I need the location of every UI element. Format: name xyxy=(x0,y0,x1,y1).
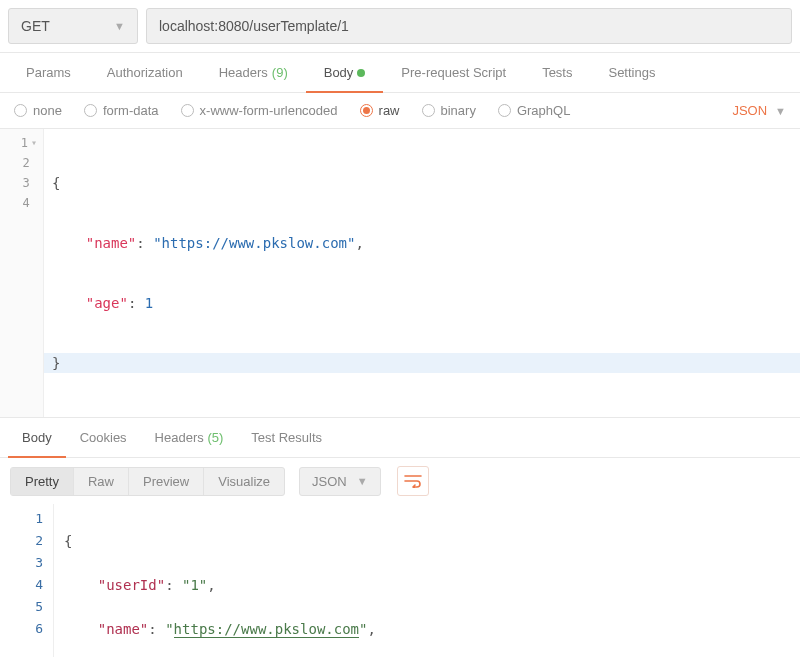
body-format-select[interactable]: JSON ▼ xyxy=(732,103,786,118)
headers-count: (9) xyxy=(272,65,288,80)
body-type-graphql[interactable]: GraphQL xyxy=(498,103,570,118)
line-gutter: 1▾ 2 3 4 xyxy=(0,129,44,417)
response-tab-test-results[interactable]: Test Results xyxy=(237,418,336,457)
response-body-code[interactable]: { "userId": "1", "name": "https://www.pk… xyxy=(54,504,800,657)
radio-icon xyxy=(84,104,97,117)
url-value: localhost:8080/userTemplate/1 xyxy=(159,18,349,34)
chevron-down-icon: ▼ xyxy=(357,475,368,487)
tab-body[interactable]: Body xyxy=(306,53,384,92)
radio-selected-icon xyxy=(360,104,373,117)
response-tab-headers[interactable]: Headers (5) xyxy=(141,418,238,457)
http-method-value: GET xyxy=(21,18,50,34)
response-view-mode-group: Pretty Raw Preview Visualize xyxy=(10,467,285,496)
request-bar: GET ▼ localhost:8080/userTemplate/1 xyxy=(0,0,800,53)
request-body-editor[interactable]: 1▾ 2 3 4 { "name": "https://www.pkslow.c… xyxy=(0,129,800,418)
http-method-select[interactable]: GET ▼ xyxy=(8,8,138,44)
response-link[interactable]: https://www.pkslow.com xyxy=(174,621,359,638)
radio-icon xyxy=(498,104,511,117)
url-input[interactable]: localhost:8080/userTemplate/1 xyxy=(146,8,792,44)
response-tabs: Body Cookies Headers (5) Test Results xyxy=(0,418,800,458)
body-modified-indicator-icon xyxy=(357,69,365,77)
tab-settings[interactable]: Settings xyxy=(590,53,673,92)
wrap-icon xyxy=(404,474,422,488)
chevron-down-icon: ▼ xyxy=(114,20,125,32)
response-tab-cookies[interactable]: Cookies xyxy=(66,418,141,457)
view-mode-pretty[interactable]: Pretty xyxy=(11,468,74,495)
response-format-select[interactable]: JSON ▼ xyxy=(299,467,381,496)
body-type-none[interactable]: none xyxy=(14,103,62,118)
response-body-editor: 123456 { "userId": "1", "name": "https:/… xyxy=(0,504,800,657)
tab-authorization[interactable]: Authorization xyxy=(89,53,201,92)
view-mode-raw[interactable]: Raw xyxy=(74,468,129,495)
body-type-raw[interactable]: raw xyxy=(360,103,400,118)
tab-params[interactable]: Params xyxy=(8,53,89,92)
view-mode-visualize[interactable]: Visualize xyxy=(204,468,284,495)
body-type-x-www-form-urlencoded[interactable]: x-www-form-urlencoded xyxy=(181,103,338,118)
line-wrap-toggle[interactable] xyxy=(397,466,429,496)
tab-tests[interactable]: Tests xyxy=(524,53,590,92)
radio-icon xyxy=(422,104,435,117)
tab-headers[interactable]: Headers (9) xyxy=(201,53,306,92)
radio-icon xyxy=(14,104,27,117)
chevron-down-icon: ▼ xyxy=(775,105,786,117)
body-type-form-data[interactable]: form-data xyxy=(84,103,159,118)
response-toolbar: Pretty Raw Preview Visualize JSON ▼ xyxy=(0,458,800,504)
response-headers-count: (5) xyxy=(207,430,223,445)
tab-pre-request-script[interactable]: Pre-request Script xyxy=(383,53,524,92)
view-mode-preview[interactable]: Preview xyxy=(129,468,204,495)
response-tab-body[interactable]: Body xyxy=(8,418,66,457)
body-type-binary[interactable]: binary xyxy=(422,103,476,118)
radio-icon xyxy=(181,104,194,117)
request-body-code[interactable]: { "name": "https://www.pkslow.com", "age… xyxy=(44,129,800,417)
request-tabs: Params Authorization Headers (9) Body Pr… xyxy=(0,53,800,93)
response-line-gutter: 123456 xyxy=(0,504,54,657)
body-type-options: none form-data x-www-form-urlencoded raw… xyxy=(0,93,800,129)
fold-icon: ▾ xyxy=(31,133,37,153)
